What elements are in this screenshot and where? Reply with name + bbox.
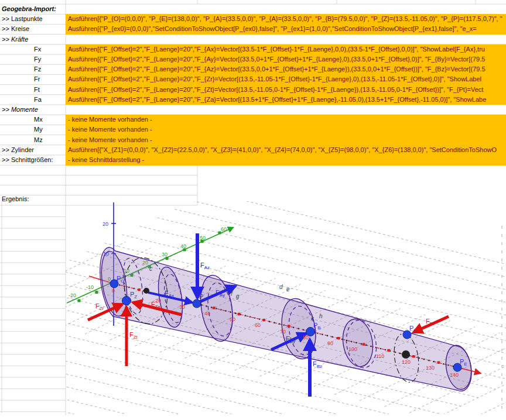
x-axis-label: 70	[280, 329, 286, 335]
row-label[interactable]: Mz	[0, 135, 66, 145]
x-axis-label: 140	[450, 372, 459, 378]
x-axis-tick	[238, 313, 240, 315]
formula-cell[interactable]: Ausführen[{"P_{ex0}=(0,0,0)","SetConditi…	[66, 24, 506, 35]
x-axis-label: 20	[155, 298, 161, 304]
object-letter-label: h	[319, 313, 323, 319]
x-axis-tick	[138, 288, 140, 291]
value-cell[interactable]	[66, 4, 506, 15]
row-label[interactable]: Mx	[0, 115, 66, 125]
force-label-F-Zr: FZr	[95, 302, 104, 311]
x-axis-tick	[213, 307, 215, 309]
formula-cell[interactable]: Ausführen[{"F_{Offset}=2","F_{Laenge}=20…	[66, 44, 506, 55]
point	[193, 299, 201, 308]
y-axis-label: 10	[124, 268, 129, 274]
value-cell[interactable]: - keine Momente vorhanden -	[66, 135, 506, 146]
y-axis-label: 40	[180, 243, 186, 249]
row-label[interactable]: >> Momente	[0, 105, 66, 115]
row-label[interactable]: Fz	[0, 64, 66, 74]
y-axis-label: 20	[142, 260, 148, 266]
row-label[interactable]: >> Kreise	[0, 24, 66, 34]
row-label[interactable]: Ft	[0, 85, 66, 95]
x-axis-tick	[363, 343, 365, 345]
object-letter-label: g	[236, 293, 240, 299]
row-label[interactable]: Geogebra-Import:	[0, 4, 66, 14]
force-label-F-Zt: FZt	[129, 331, 138, 340]
row-label[interactable]: >> Schnittgrößen:	[0, 155, 66, 165]
value-cell[interactable]	[66, 35, 506, 45]
x-axis-tick	[288, 325, 290, 327]
y-axis-label: 0	[108, 276, 111, 282]
formula-cell[interactable]: Ausführen[{"F_{Offset}=2","F_{Laenge}=20…	[66, 64, 506, 75]
row-label[interactable]: >> Lastpunkte	[0, 14, 66, 24]
x-axis-label: 80	[303, 335, 309, 340]
x-axis-tick	[437, 361, 440, 363]
force-label-F-Bz: FBz	[313, 360, 322, 369]
geogebra-3d-view: 02030405060708090100110120130140-20-1001…	[0, 192, 506, 420]
x-axis-label: 50	[230, 316, 235, 322]
object-letter-label: c	[149, 266, 152, 272]
y-axis-tick	[95, 291, 98, 294]
z-axis-label: 20	[102, 221, 108, 227]
formula-cell[interactable]: Ausführen[{"F_{Offset}=2","F_{Laenge}=20…	[66, 54, 506, 65]
point	[403, 331, 411, 339]
row-label[interactable]: Fy	[0, 54, 66, 64]
y-axis-label: -20	[69, 292, 76, 298]
row-label[interactable]: Fx	[0, 44, 66, 54]
helper-point	[402, 350, 410, 359]
x-axis-label: 100	[348, 346, 357, 352]
excel-geogebra-sheet: 02030405060708090100110120130140-20-1001…	[0, 0, 506, 420]
x-axis-label: 90	[327, 340, 333, 346]
x-axis-label: 110	[376, 353, 384, 359]
force-label-F-Az: FAz	[200, 261, 210, 270]
y-axis-label: -10	[86, 284, 94, 290]
x-axis-label: 40	[204, 311, 210, 316]
y-axis-label: 60	[221, 226, 227, 232]
x-axis-label: 120	[402, 359, 411, 365]
value-cell[interactable]: - keine Momente vorhanden -	[66, 125, 506, 135]
value-cell[interactable]	[66, 105, 506, 115]
row-label[interactable]: Fr	[0, 74, 66, 84]
x-axis-tick	[412, 355, 415, 357]
object-letter-label: d	[279, 284, 283, 290]
x-axis-label: 0	[112, 288, 115, 294]
x-axis-label: 30	[179, 304, 185, 310]
value-cell[interactable]: - keine Momente vorhanden -	[66, 115, 506, 125]
z-axis-label: 10	[103, 251, 109, 257]
formula-cell[interactable]: Ausführen[{"F_{Offset}=2","F_{Laenge}=20…	[66, 95, 506, 105]
formula-cell[interactable]: Ausführen[{"X_{Z1}=(0,0,0)", "X_{Z2}=(22…	[66, 145, 506, 156]
formula-cell[interactable]: Ausführen[{"F_{Offset}=2","F_{Laenge}=20…	[66, 85, 506, 95]
formula-cell[interactable]: Ausführen[{"F_{Offset}=2","F_{Laenge}=20…	[66, 74, 506, 85]
row-label[interactable]: >> Zylinder	[0, 145, 66, 155]
x-axis-tick	[337, 337, 340, 339]
helper-point	[143, 288, 149, 294]
row-label[interactable]: Fa	[0, 95, 66, 105]
x-axis-label: 130	[426, 365, 435, 371]
y-axis-tick	[78, 299, 81, 302]
formula-cell[interactable]: Ausführen[{"P_{O}=(0,0,0)", "P_{E}=(138,…	[66, 14, 506, 25]
row-label[interactable]: My	[0, 125, 66, 135]
x-axis-tick	[262, 319, 265, 321]
object-letter-label: e	[286, 286, 290, 292]
row-label[interactable]: >> Kräfte	[0, 35, 66, 44]
x-axis-label: 60	[255, 322, 261, 328]
y-axis-label: 30	[162, 252, 167, 257]
ergebnis-label: Ergebnis:	[2, 195, 29, 202]
x-axis-tick	[387, 349, 389, 352]
value-cell[interactable]: - keine Schnittdarstellung -	[66, 155, 506, 166]
y-axis-label: 50	[200, 235, 206, 241]
